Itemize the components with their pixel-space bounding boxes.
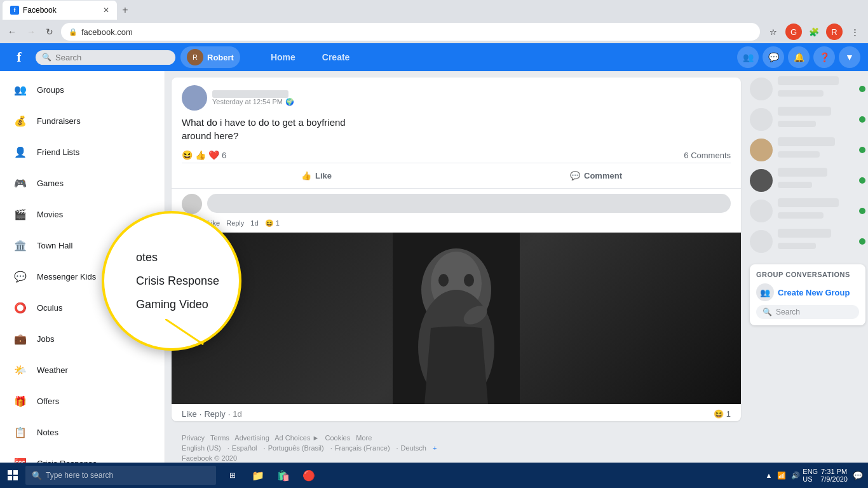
footer-more[interactable]: More	[356, 434, 372, 442]
right-row-6	[750, 229, 865, 254]
forward-button[interactable]: →	[24, 24, 38, 39]
store-icon[interactable]: 🛍️	[272, 464, 295, 487]
volume-icon[interactable]: 🔊	[791, 471, 800, 480]
lock-icon: 🔒	[69, 28, 78, 36]
react-emoji-3: ❤️	[208, 150, 219, 160]
svg-point-3	[438, 274, 449, 287]
footer-privacy[interactable]: Privacy	[182, 434, 205, 442]
dropdown-icon-button[interactable]: ▼	[839, 46, 860, 68]
right-row-4	[750, 168, 865, 193]
online-dot-5	[859, 208, 865, 214]
sidebar-item-fundraisers[interactable]: 💰 Fundraisers	[3, 105, 162, 136]
friends-icon-button[interactable]: 👥	[737, 46, 759, 68]
online-dot-2	[859, 116, 865, 123]
bookmark-icon[interactable]: ☆	[765, 24, 782, 40]
comment-bubble-1	[207, 194, 731, 213]
post-avatar	[182, 85, 207, 111]
footer-lang-deutsch[interactable]: Deutsch	[401, 444, 426, 452]
taskbar-right-area: ▲ 📶 🔊 ENGUS 7:31 PM 7/9/2020 💬	[765, 468, 868, 483]
extensions-icon[interactable]: G	[785, 24, 802, 40]
back-button[interactable]: ←	[5, 24, 19, 39]
tray-up-arrow[interactable]: ▲	[765, 471, 772, 479]
footer-lang-english[interactable]: English (US)	[182, 444, 221, 452]
svg-point-4	[464, 274, 474, 287]
right-row-2	[750, 107, 865, 132]
home-nav-button[interactable]: Home	[258, 47, 308, 67]
main-content: Yesterday at 12:54 PM 🌍 What do i have t…	[165, 71, 747, 465]
puzzle-icon[interactable]: 🧩	[806, 24, 822, 40]
taskbar-icons-row: ⊞ 📁 🛍️ 🔴	[221, 464, 320, 487]
messenger-icon-button[interactable]: 💬	[763, 46, 784, 68]
menu-icon[interactable]: ⋮	[846, 24, 863, 40]
friend-lists-icon: 👤	[10, 142, 31, 162]
people-icon: 👥	[756, 283, 774, 301]
bottom-reaction: 😆 1	[714, 409, 731, 419]
right-sidebar: GROUP CONVERSATIONS 👥 Create New Group 🔍…	[747, 71, 868, 465]
fb-user-chip[interactable]: R Robert	[180, 46, 240, 68]
post-header: Yesterday at 12:54 PM 🌍	[172, 78, 741, 116]
new-tab-button[interactable]: +	[117, 2, 133, 18]
help-icon-button[interactable]: ❓	[813, 46, 835, 68]
sidebar-item-games[interactable]: 🎮 Games	[3, 168, 162, 198]
taskbar-language: ENGUS	[803, 468, 818, 483]
gc-create-button[interactable]: 👥 Create New Group	[756, 283, 859, 301]
profile-icon[interactable]: R	[826, 24, 843, 40]
groups-icon: 👥	[10, 79, 31, 100]
search-input[interactable]	[55, 53, 157, 62]
right-avatar-3	[750, 139, 773, 161]
footer-add-lang[interactable]: +	[433, 444, 437, 452]
chrome-icon[interactable]: 🔴	[297, 464, 320, 487]
right-avatar-5	[750, 200, 773, 222]
sidebar-item-notes[interactable]: 📋 Notes	[3, 417, 162, 447]
taskbar: 🔍 Type here to search ⊞ 📁 🛍️ 🔴 ▲ 📶 🔊 ENG…	[0, 463, 868, 488]
comment-emoji-reaction: 😆 1	[265, 219, 280, 227]
fb-nav-center: Home Create	[258, 47, 363, 67]
notification-icon[interactable]: 💬	[853, 471, 863, 480]
online-dot-6	[859, 238, 865, 245]
user-avatar: R	[187, 49, 203, 65]
comment-1	[182, 194, 731, 214]
tab-title: Facebook	[23, 6, 57, 15]
create-nav-button[interactable]: Create	[309, 47, 363, 67]
taskbar-search-box[interactable]: 🔍 Type here to search	[25, 466, 216, 485]
network-icon[interactable]: 📶	[777, 471, 786, 480]
footer-advertising[interactable]: Advertising	[234, 434, 269, 442]
gc-search-box[interactable]: 🔍 Search	[756, 305, 859, 319]
fb-search-box[interactable]: 🔍	[36, 50, 175, 65]
taskview-icon[interactable]: ⊞	[221, 464, 244, 487]
active-tab[interactable]: f Facebook ✕	[3, 1, 117, 20]
bottom-reply[interactable]: Reply	[204, 409, 225, 419]
sidebar-item-weather[interactable]: 🌤️ Weather	[3, 355, 162, 385]
taskbar-search-icon: 🔍	[32, 471, 42, 480]
taskbar-search-placeholder: Type here to search	[46, 471, 113, 480]
online-dot-3	[859, 147, 865, 153]
start-button[interactable]	[0, 463, 25, 488]
like-button[interactable]: 👍 Like	[177, 166, 456, 186]
right-avatar-2	[750, 108, 773, 131]
bottom-like[interactable]: Like	[182, 409, 197, 419]
right-avatar-1	[750, 78, 773, 100]
movies-icon: 🎬	[10, 204, 31, 224]
sidebar-label-weather: Weather	[37, 365, 154, 375]
footer-ad-choices[interactable]: Ad Choices ►	[275, 434, 319, 442]
weather-icon: 🌤️	[10, 360, 31, 380]
footer-terms[interactable]: Terms	[210, 434, 229, 442]
refresh-button[interactable]: ↻	[43, 24, 56, 39]
town-hall-icon: 🏛️	[10, 235, 31, 255]
post-text: What do i have to do to get a boyfriend …	[182, 116, 731, 142]
sidebar-label-offers: Offers	[37, 396, 154, 406]
magnifier-item-gaming: Gaming Video	[136, 298, 226, 311]
post-image	[172, 233, 741, 404]
file-explorer-icon[interactable]: 📁	[247, 464, 269, 487]
sidebar-item-offers[interactable]: 🎁 Offers	[3, 386, 162, 416]
comment-button[interactable]: 💬 Comment	[456, 166, 736, 186]
footer-lang-french[interactable]: Français (France)	[335, 444, 390, 452]
notifications-icon-button[interactable]: 🔔	[788, 46, 810, 68]
url-bar[interactable]: 🔒 facebook.com	[61, 23, 760, 41]
footer-lang-portuguese[interactable]: Português (Brasil)	[268, 444, 324, 452]
footer-lang-espanol[interactable]: Español	[232, 444, 257, 452]
footer-cookies[interactable]: Cookies	[325, 434, 350, 442]
tab-close-icon[interactable]: ✕	[103, 6, 109, 15]
sidebar-item-groups[interactable]: 👥 Groups	[3, 74, 162, 105]
sidebar-item-friend-lists[interactable]: 👤 Friend Lists	[3, 137, 162, 167]
